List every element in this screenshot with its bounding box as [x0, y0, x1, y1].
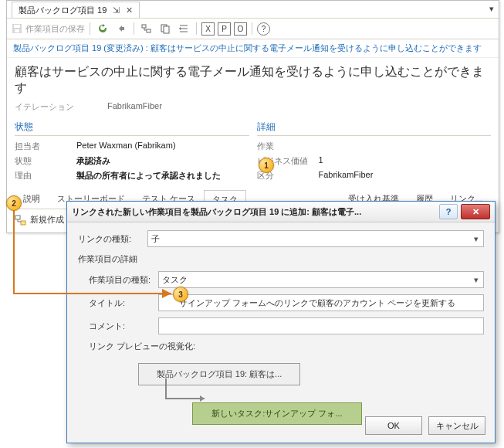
- undo-icon[interactable]: [113, 21, 129, 36]
- toolbar: 作業項目の保存 X P O ?: [7, 19, 499, 39]
- svg-rect-3: [142, 25, 146, 28]
- box-o-icon[interactable]: O: [234, 22, 247, 36]
- dialog-titlebar[interactable]: リンクされた新しい作業項目を製品バックログ項目 19 に追加: 顧客は電子...…: [67, 202, 495, 222]
- dialog-body: リンクの種類: 子 作業項目の詳細 作業項目の種類: タスク タイトル: サイン…: [67, 222, 495, 431]
- svg-rect-7: [15, 216, 20, 219]
- effort-label: 作業: [257, 141, 319, 152]
- new-linked-item-icon: [15, 215, 27, 226]
- wi-type-label: 作業項目の種類:: [89, 274, 158, 286]
- link-preview: 製品バックログ項目 19: 顧客は... 新しいタスク:サインアップ フォ...: [89, 358, 484, 425]
- preview-connector-icon: [151, 378, 305, 417]
- title-input[interactable]: サインアップ フォームへのリンクで顧客のアカウント ページを更新する: [158, 294, 484, 311]
- save-button[interactable]: 作業項目の保存: [12, 23, 85, 35]
- left-column: 状態 担当者Peter Waxman (Fabrikam) 状態承認済み 理由製…: [15, 120, 249, 185]
- wi-type-select[interactable]: タスク: [158, 271, 484, 288]
- right-column: 詳細 作業 ビジネス価値1 区分FabrikamFiber: [257, 120, 492, 185]
- wi-type-value: タスク: [162, 274, 188, 286]
- add-link-dialog: リンクされた新しい作業項目を製品バックログ項目 19 に追加: 顧客は電子...…: [66, 201, 496, 443]
- fields-columns: 状態 担当者Peter Waxman (Fabrikam) 状態承認済み 理由製…: [7, 116, 499, 185]
- callout-badge-2: 2: [6, 195, 22, 211]
- box-p-icon[interactable]: P: [218, 22, 231, 36]
- separator: [252, 22, 252, 35]
- ok-button[interactable]: OK: [365, 416, 422, 435]
- svg-rect-2: [15, 29, 19, 32]
- svg-rect-8: [21, 221, 25, 225]
- link-type-select[interactable]: 子: [147, 230, 484, 247]
- reason-label: 理由: [15, 170, 76, 182]
- breadcrumb-text: 製品バックログ項目 19 (変更済み) : 顧客はサービスの中止に関する電子メー…: [13, 43, 482, 53]
- document-tab-bar: 製品バックログ項目 19 ⇲ ✕ ▾: [7, 1, 499, 19]
- dialog-help-button[interactable]: ?: [439, 204, 458, 219]
- reason-value[interactable]: 製品の所有者によって承認されました: [76, 170, 221, 182]
- bv-value[interactable]: 1: [319, 155, 323, 167]
- iteration-row: イテレーション FabrikamFiber: [7, 101, 499, 116]
- refresh-icon[interactable]: [95, 21, 110, 36]
- state-value[interactable]: 承認済み: [76, 155, 110, 167]
- link-type-label: リンクの種類:: [78, 233, 147, 245]
- comment-label: コメント:: [89, 321, 158, 332]
- copy-icon[interactable]: [157, 21, 173, 36]
- state-label: 状態: [15, 155, 76, 167]
- link-type-value: 子: [151, 233, 160, 245]
- svg-rect-6: [164, 26, 169, 33]
- new-linked-item-button[interactable]: 新規作成: [30, 214, 64, 226]
- separator: [134, 22, 134, 35]
- cancel-button[interactable]: キャンセル: [428, 416, 485, 435]
- save-label: 作業項目の保存: [25, 23, 85, 35]
- close-icon[interactable]: ✕: [126, 5, 133, 15]
- breadcrumb: 製品バックログ項目 19 (変更済み) : 顧客はサービスの中止に関する電子メー…: [7, 39, 499, 58]
- svg-rect-4: [147, 29, 151, 32]
- iteration-label: イテレーション: [15, 101, 84, 113]
- comment-input[interactable]: [158, 317, 484, 334]
- svg-rect-1: [14, 25, 20, 28]
- page-title: 顧客はサービスの中止に関する電子メール通知を受けるように申し込むことができます: [7, 58, 499, 101]
- section-heading-details: 詳細: [257, 120, 492, 136]
- document-tab-label: 製品バックログ項目 19: [19, 5, 107, 16]
- link-icon[interactable]: [139, 21, 154, 36]
- dialog-button-row: OK キャンセル: [365, 416, 485, 435]
- iteration-value[interactable]: FabrikamFiber: [107, 101, 162, 113]
- dialog-close-button[interactable]: ✕: [461, 204, 490, 219]
- assignee-value[interactable]: Peter Waxman (Fabrikam): [76, 141, 176, 152]
- separator: [196, 22, 197, 35]
- dialog-title: リンクされた新しい作業項目を製品バックログ項目 19 に追加: 顧客は電子...: [72, 206, 361, 218]
- save-icon: [12, 23, 22, 34]
- area-value[interactable]: FabrikamFiber: [319, 170, 374, 182]
- title-field-label: タイトル:: [89, 297, 158, 309]
- section-heading-state: 状態: [15, 120, 249, 136]
- pin-icon[interactable]: ⇲: [113, 5, 120, 15]
- separator: [90, 22, 90, 35]
- title-input-value: サインアップ フォームへのリンクで顧客のアカウント ページを更新する: [179, 297, 455, 309]
- help-icon[interactable]: ?: [257, 22, 270, 36]
- tab-overflow-icon[interactable]: ▾: [489, 4, 494, 14]
- document-tab[interactable]: 製品バックログ項目 19 ⇲ ✕: [12, 2, 140, 18]
- details-heading: 作業項目の詳細: [78, 253, 484, 265]
- box-x-icon[interactable]: X: [201, 22, 215, 36]
- outdent-icon[interactable]: [176, 21, 191, 36]
- assignee-label: 担当者: [15, 141, 76, 152]
- work-item-window: 製品バックログ項目 19 ⇲ ✕ ▾ 作業項目の保存 X P O ?: [6, 0, 499, 233]
- callout-badge-1: 1: [259, 158, 274, 173]
- callout-badge-3: 3: [173, 287, 188, 302]
- preview-heading: リンク プレビューの視覚化:: [89, 341, 484, 352]
